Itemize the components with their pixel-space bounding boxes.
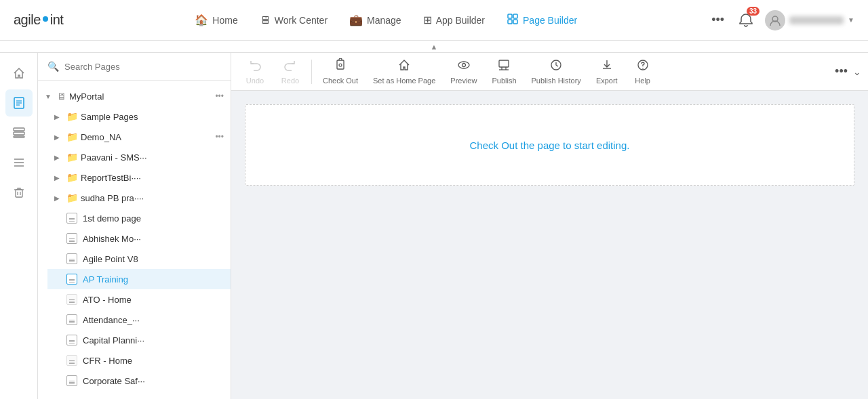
page1-label: 1st demo page — [83, 213, 191, 224]
content-area: Undo Redo Check Out Set as Home Page — [231, 53, 868, 399]
manage-nav-icon: 💼 — [349, 14, 363, 26]
nav-pagebuilder-label: Page Builder — [523, 15, 577, 26]
page9-label: Corporate Saf··· — [83, 376, 191, 386]
publish-history-label: Publish History — [532, 77, 581, 85]
page4-icon — [66, 274, 77, 285]
help-button[interactable]: Help — [626, 56, 660, 87]
collapse-arrow-icon: ▲ — [431, 43, 438, 51]
user-profile[interactable]: ▼ — [765, 10, 854, 30]
publish-history-button[interactable]: Publish History — [525, 56, 588, 87]
undo-icon — [248, 58, 262, 75]
paavani-label: Paavani - SMS··· — [81, 152, 189, 163]
set-home-label: Set as Home Page — [373, 77, 435, 85]
undo-button[interactable]: Undo — [238, 56, 272, 87]
tree-page-agilepoint[interactable]: ▶ Agile Point V8 — [47, 249, 231, 269]
checkout-icon — [334, 58, 347, 75]
paavani-arrow: ▶ — [54, 154, 64, 161]
nav-appbuilder-label: App Builder — [436, 15, 485, 26]
tree-page-attendance[interactable]: ▶ Attendance_··· — [47, 310, 231, 330]
nav-pagebuilder[interactable]: Page Builder — [497, 9, 587, 32]
page2-icon — [66, 233, 77, 244]
export-button[interactable]: Export — [589, 56, 625, 87]
appbuilder-nav-icon: ⊞ — [423, 14, 432, 26]
main-layout: 🔍 ▼ 🖥 MyPortal ••• ▶ 📁 Sample Pages — [0, 53, 868, 399]
logo-dot — [43, 16, 48, 22]
page9-icon — [66, 375, 77, 386]
page8-icon — [66, 355, 77, 366]
sidebar-icon-trash[interactable] — [5, 179, 33, 206]
tree-page-aptraining[interactable]: ▶ AP Training — [47, 269, 231, 289]
redo-icon — [283, 58, 297, 75]
nav-workcenter[interactable]: 🖥 Work Center — [250, 10, 337, 30]
page8-label: CFR - Home — [83, 356, 191, 366]
tree-folder-sudhapb[interactable]: ▶ 📁 sudha PB pra···· — [47, 188, 231, 208]
svg-rect-15 — [16, 190, 22, 197]
tree-page-atohome[interactable]: ▶ ATO - Home — [47, 289, 231, 310]
search-input[interactable] — [64, 62, 221, 72]
svg-point-29 — [642, 68, 644, 69]
sidebar-icon-list[interactable] — [5, 119, 33, 146]
logo-text-before: agile — [14, 12, 41, 28]
help-icon — [636, 58, 650, 75]
export-label: Export — [596, 77, 618, 85]
svg-rect-23 — [499, 60, 509, 67]
page2-label: Abhishek Mo··· — [83, 234, 191, 244]
workcenter-nav-icon: 🖥 — [260, 14, 271, 26]
page7-icon — [66, 335, 77, 345]
samplepages-arrow: ▶ — [54, 113, 64, 121]
root-label: MyPortal — [69, 91, 178, 102]
sidebar-icon-pages[interactable] — [5, 89, 33, 117]
tree-folder-demona[interactable]: ▶ 📁 Demo_NA ••• — [47, 127, 231, 147]
notification-button[interactable]: 33 — [735, 9, 757, 31]
editor-area: Check Out the page to start editing. — [231, 91, 868, 399]
tree-page-capitalplan[interactable]: ▶ Capital Planni··· — [47, 330, 231, 350]
svg-rect-9 — [14, 128, 24, 131]
logo: agileint — [14, 12, 63, 28]
tree-page-corporatesaf[interactable]: ▶ Corporate Saf··· — [47, 371, 231, 391]
tree-folder-samplepages[interactable]: ▶ 📁 Sample Pages — [47, 106, 231, 127]
home-nav-icon: 🏠 — [195, 14, 208, 26]
avatar — [765, 10, 785, 30]
svg-point-22 — [462, 64, 465, 67]
checkout-button[interactable]: Check Out — [316, 56, 365, 87]
redo-label: Redo — [281, 77, 299, 85]
nav-workcenter-label: Work Center — [275, 15, 328, 26]
publish-label: Publish — [492, 77, 516, 85]
page3-label: Agile Point V8 — [83, 254, 191, 264]
svg-rect-1 — [513, 14, 517, 18]
pagebuilder-nav-icon — [507, 13, 519, 28]
reporttest-arrow: ▶ — [54, 174, 64, 182]
tree-page-cfrhome[interactable]: ▶ CFR - Home — [47, 350, 231, 371]
demona-arrow: ▶ — [54, 133, 64, 141]
tree-page-abhishek[interactable]: ▶ Abhishek Mo··· — [47, 228, 231, 249]
sudhapb-folder-icon: 📁 — [66, 192, 78, 203]
nav-appbuilder[interactable]: ⊞ App Builder — [414, 9, 494, 30]
toolbar-more-button[interactable]: ••• — [835, 64, 848, 79]
nav-home-label: Home — [212, 15, 237, 26]
sidebar-icon-list2[interactable] — [5, 149, 33, 176]
page1-icon — [66, 213, 77, 224]
preview-button[interactable]: Preview — [443, 56, 484, 87]
tree-folder-reporttest[interactable]: ▶ 📁 ReportTestBi···· — [47, 167, 231, 188]
help-label: Help — [635, 77, 650, 85]
checkout-message: Check Out the page to start editing. — [470, 140, 630, 151]
tree-folder-paavani[interactable]: ▶ 📁 Paavani - SMS··· — [47, 147, 231, 167]
sudhapb-arrow: ▶ — [54, 194, 64, 202]
page4-label: AP Training — [83, 274, 191, 285]
toolbar-chevron-icon[interactable]: ⌄ — [853, 66, 861, 77]
reporttest-label: ReportTestBi···· — [81, 173, 189, 183]
demona-more-icon[interactable]: ••• — [215, 132, 224, 142]
redo-button[interactable]: Redo — [273, 56, 307, 87]
root-more-icon[interactable]: ••• — [215, 91, 224, 101]
tree-root[interactable]: ▼ 🖥 MyPortal ••• — [38, 86, 231, 106]
sidebar-icon-home[interactable] — [5, 60, 33, 87]
set-home-button[interactable]: Set as Home Page — [366, 56, 442, 87]
tree-page-1stdemo[interactable]: ▶ 1st demo page — [47, 208, 231, 228]
nav-home[interactable]: 🏠 Home — [185, 9, 247, 30]
preview-icon — [457, 58, 471, 75]
collapse-bar[interactable]: ▲ — [0, 41, 868, 53]
nav-manage[interactable]: 💼 Manage — [340, 9, 411, 30]
reporttest-folder-icon: 📁 — [66, 172, 78, 183]
publish-button[interactable]: Publish — [485, 56, 523, 87]
nav-more-button[interactable]: ••• — [709, 10, 727, 30]
